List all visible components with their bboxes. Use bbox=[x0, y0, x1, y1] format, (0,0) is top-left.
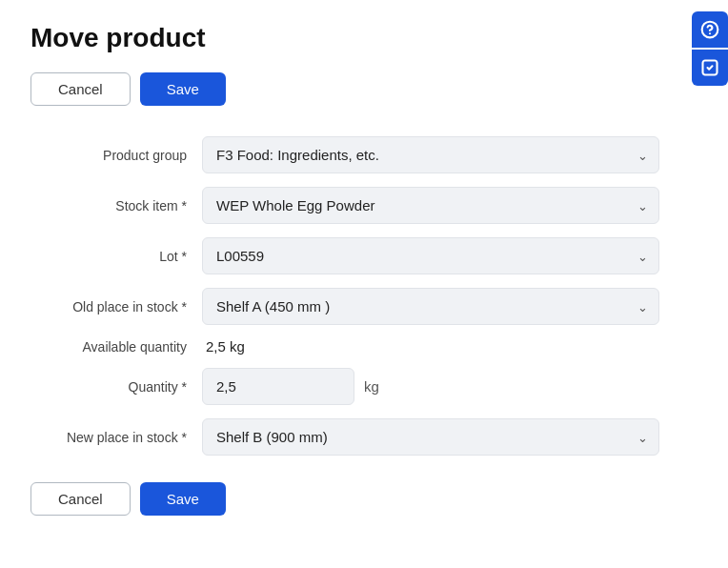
product-group-select-wrapper: F3 Food: Ingredients, etc. ⌄ bbox=[202, 136, 659, 173]
available-quantity-label: Available quantity bbox=[30, 339, 202, 355]
old-place-row: Old place in stock * Shelf A (450 mm ) ⌄ bbox=[30, 288, 698, 325]
help-icon-button[interactable] bbox=[692, 11, 728, 48]
top-cancel-button[interactable]: Cancel bbox=[30, 72, 131, 106]
old-place-select-wrapper: Shelf A (450 mm ) ⌄ bbox=[202, 288, 659, 325]
product-group-label: Product group bbox=[30, 148, 202, 163]
lot-label: Lot * bbox=[30, 249, 202, 264]
check-icon bbox=[700, 58, 719, 77]
top-actions-bar: Cancel Save bbox=[30, 72, 698, 106]
move-product-form: Product group F3 Food: Ingredients, etc.… bbox=[30, 136, 698, 456]
page-title: Move product bbox=[30, 23, 698, 53]
lot-control: L00559 ⌄ bbox=[202, 237, 659, 274]
stock-item-row: Stock item * WEP Whole Egg Powder ⌄ bbox=[30, 187, 698, 224]
lot-select-wrapper: L00559 ⌄ bbox=[202, 237, 659, 274]
old-place-select[interactable]: Shelf A (450 mm ) bbox=[202, 288, 659, 325]
side-icon-panel bbox=[692, 11, 728, 86]
quantity-input[interactable] bbox=[202, 368, 354, 405]
quantity-unit-label: kg bbox=[364, 378, 379, 395]
lot-select[interactable]: L00559 bbox=[202, 237, 659, 274]
quantity-control: kg bbox=[202, 368, 659, 405]
bottom-cancel-button[interactable]: Cancel bbox=[30, 482, 131, 516]
stock-item-select-wrapper: WEP Whole Egg Powder ⌄ bbox=[202, 187, 659, 224]
stock-item-control: WEP Whole Egg Powder ⌄ bbox=[202, 187, 659, 224]
new-place-label: New place in stock * bbox=[30, 430, 202, 445]
top-save-button[interactable]: Save bbox=[140, 72, 226, 106]
bottom-actions-bar: Cancel Save bbox=[30, 482, 698, 516]
check-icon-button[interactable] bbox=[692, 50, 728, 86]
new-place-row: New place in stock * Shelf B (900 mm) ⌄ bbox=[30, 418, 698, 456]
stock-item-label: Stock item * bbox=[30, 198, 202, 213]
product-group-row: Product group F3 Food: Ingredients, etc.… bbox=[30, 136, 698, 173]
stock-item-select[interactable]: WEP Whole Egg Powder bbox=[202, 187, 659, 224]
available-quantity-row: Available quantity 2,5 kg bbox=[30, 338, 698, 355]
lot-row: Lot * L00559 ⌄ bbox=[30, 237, 698, 274]
old-place-label: Old place in stock * bbox=[30, 299, 202, 314]
product-group-select[interactable]: F3 Food: Ingredients, etc. bbox=[202, 136, 659, 173]
available-quantity-control: 2,5 kg bbox=[202, 338, 659, 355]
help-icon bbox=[700, 20, 719, 39]
old-place-control: Shelf A (450 mm ) ⌄ bbox=[202, 288, 659, 325]
new-place-select[interactable]: Shelf B (900 mm) bbox=[202, 418, 659, 456]
new-place-control: Shelf B (900 mm) ⌄ bbox=[202, 418, 659, 456]
product-group-control: F3 Food: Ingredients, etc. ⌄ bbox=[202, 136, 659, 173]
new-place-select-wrapper: Shelf B (900 mm) ⌄ bbox=[202, 418, 659, 456]
quantity-label: Quantity * bbox=[30, 379, 202, 395]
quantity-row: Quantity * kg bbox=[30, 368, 698, 405]
bottom-save-button[interactable]: Save bbox=[140, 482, 226, 516]
available-quantity-value: 2,5 kg bbox=[202, 338, 245, 355]
